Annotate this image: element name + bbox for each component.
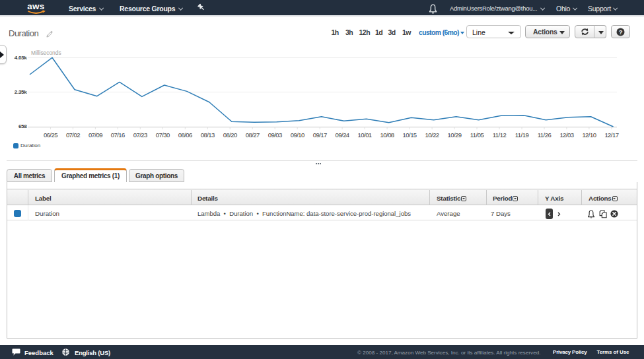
svg-text:12/03: 12/03 bbox=[559, 131, 573, 139]
svg-text:12/17: 12/17 bbox=[604, 131, 618, 139]
svg-text:08/06: 08/06 bbox=[178, 131, 192, 139]
svg-text:08/13: 08/13 bbox=[201, 131, 215, 139]
svg-text:10/08: 10/08 bbox=[380, 131, 394, 139]
svg-text:07/02: 07/02 bbox=[66, 131, 80, 139]
svg-text:08/27: 08/27 bbox=[246, 131, 260, 139]
svg-text:12/10: 12/10 bbox=[582, 131, 596, 139]
svg-text:08/20: 08/20 bbox=[223, 131, 237, 139]
svg-text:Milliseconds: Milliseconds bbox=[31, 49, 61, 56]
svg-text:07/09: 07/09 bbox=[89, 131, 102, 139]
svg-text:07/16: 07/16 bbox=[111, 131, 125, 139]
svg-text:4.03k: 4.03k bbox=[15, 55, 28, 61]
svg-text:aws: aws bbox=[27, 1, 44, 11]
svg-text:06/25: 06/25 bbox=[44, 131, 57, 139]
svg-text:658: 658 bbox=[18, 123, 27, 129]
svg-text:2.35k: 2.35k bbox=[15, 89, 28, 95]
svg-text:10/15: 10/15 bbox=[403, 131, 417, 139]
svg-text:10/29: 10/29 bbox=[447, 131, 461, 139]
svg-text:?: ? bbox=[619, 28, 623, 36]
svg-text:11/12: 11/12 bbox=[493, 131, 507, 139]
svg-text:07/30: 07/30 bbox=[156, 131, 170, 139]
svg-text:11/19: 11/19 bbox=[515, 131, 529, 139]
svg-text:07/23: 07/23 bbox=[133, 131, 147, 139]
svg-text:10/01: 10/01 bbox=[358, 131, 372, 139]
svg-text:10/22: 10/22 bbox=[425, 131, 439, 139]
svg-text:11/26: 11/26 bbox=[538, 131, 552, 139]
svg-text:09/10: 09/10 bbox=[291, 131, 304, 139]
svg-text:11/05: 11/05 bbox=[470, 131, 484, 139]
svg-text:09/03: 09/03 bbox=[268, 131, 282, 139]
svg-text:09/17: 09/17 bbox=[313, 131, 327, 139]
svg-text:09/24: 09/24 bbox=[336, 131, 349, 139]
